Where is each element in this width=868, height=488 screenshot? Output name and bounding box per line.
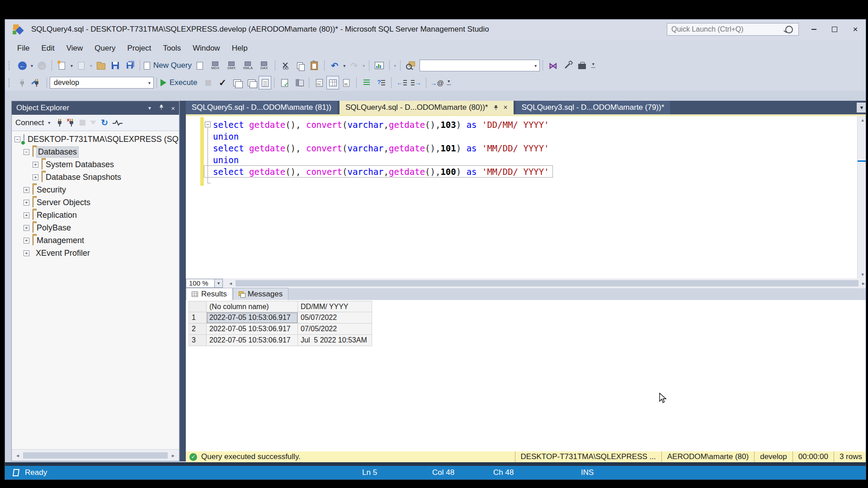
find-combobox[interactable]: ▾ (420, 60, 540, 71)
find-combobox-caret[interactable]: ▾ (532, 63, 539, 68)
actual-plan-button[interactable]: ✓ (277, 76, 292, 89)
change-connection-button[interactable] (29, 76, 44, 89)
window-position-caret[interactable]: ▾ (144, 105, 156, 111)
toolbar-grip[interactable] (9, 61, 12, 70)
tree-item[interactable]: +System Databases (12, 158, 179, 171)
navigate-back-button[interactable]: ← (15, 59, 29, 72)
restore-button[interactable] (824, 19, 845, 39)
code-line[interactable]: select getdate(), convert(varchar,getdat… (213, 142, 549, 154)
grid-cell[interactable]: 07/05/2022 (298, 324, 372, 335)
menu-item-help[interactable]: Help (226, 40, 254, 56)
mdx-query-button[interactable]: MDX (207, 59, 223, 72)
scrollbar-thumb[interactable] (23, 452, 168, 459)
results-tab-results[interactable]: Results (186, 288, 233, 300)
find-button[interactable] (403, 59, 418, 72)
redo-dropdown-caret[interactable]: ▾ (361, 63, 366, 68)
pin-icon[interactable] (156, 104, 167, 112)
new-query-button[interactable]: New Query (143, 59, 193, 72)
editor-vscrollbar[interactable]: ▴ ▾ (857, 116, 866, 278)
expand-icon[interactable]: + (24, 225, 29, 231)
activity-pulse-icon[interactable] (113, 120, 123, 126)
tree-item[interactable]: +Security (12, 183, 179, 196)
undo-button[interactable]: ↶ (327, 59, 342, 72)
tree-item[interactable]: +Management (12, 234, 179, 247)
open-file-button[interactable] (94, 59, 108, 72)
database-engine-query-button[interactable] (193, 59, 207, 72)
disconnect-button[interactable]: × (68, 119, 75, 127)
object-explorer-titlebar[interactable]: Object Explorer ▾ × (12, 101, 179, 115)
expand-icon[interactable]: + (33, 162, 38, 168)
redo-button[interactable]: ↷ (347, 59, 361, 72)
close-button[interactable]: × (845, 19, 866, 39)
expand-icon[interactable]: + (33, 174, 38, 180)
grid-column-header[interactable]: (No column name) (207, 301, 298, 312)
connect-button[interactable] (15, 76, 29, 89)
expand-icon[interactable]: + (24, 200, 29, 206)
expand-icon[interactable]: + (24, 238, 29, 244)
new-dropdown-caret[interactable]: ▾ (69, 63, 74, 68)
results-tab-messages[interactable]: Messages (233, 288, 288, 300)
client-statistics-button[interactable] (292, 76, 306, 89)
database-combobox[interactable]: develop ▾ (50, 77, 154, 89)
expand-icon[interactable]: + (24, 250, 29, 256)
pin-icon[interactable] (493, 105, 499, 111)
template-parameters-button[interactable]: →@ (429, 76, 444, 89)
navigate-forward-button[interactable]: → (34, 59, 49, 72)
code-line[interactable]: union (213, 154, 549, 166)
grid-column-header[interactable]: DD/MM/ YYYY (298, 301, 372, 312)
menu-item-view[interactable]: View (61, 40, 89, 56)
scroll-right-arrow[interactable]: ▸ (859, 280, 866, 286)
tree-item[interactable]: −Databases (12, 145, 179, 158)
dax-query-button[interactable]: DAX (256, 59, 272, 72)
grid-cell[interactable]: 2022-07-05 10:53:06.917 (207, 335, 298, 346)
code-line[interactable]: select getdate(), convert(varchar,getdat… (213, 119, 549, 131)
save-all-button[interactable] (123, 59, 137, 72)
intellisense-toggle-button[interactable] (259, 76, 271, 89)
database-combobox-caret[interactable]: ▾ (146, 80, 153, 85)
results-to-file-button[interactable]: 01 (339, 76, 354, 89)
vs-extension-button[interactable]: ⋈ (546, 59, 560, 72)
code-line[interactable]: select getdate(), convert(varchar,getdat… (213, 166, 549, 178)
tree-item[interactable]: +PolyBase (12, 221, 179, 234)
scroll-down-arrow[interactable]: ▾ (858, 272, 866, 277)
grid-corner-cell[interactable] (189, 301, 207, 312)
parse-button[interactable]: ✓ (215, 76, 230, 89)
collapse-icon[interactable]: − (24, 149, 29, 155)
new-project-button[interactable] (55, 59, 69, 72)
tree-item[interactable]: +XEvent Profiler (12, 247, 179, 259)
toolbar-overflow-button[interactable]: ▾— (445, 80, 453, 86)
scroll-right-arrow[interactable]: ▸ (169, 452, 177, 459)
grid-cell[interactable]: 2022-07-05 10:53:06.917 (207, 312, 298, 324)
grid-cell[interactable]: Jul 5 2022 10:53AM (298, 335, 372, 346)
back-dropdown-caret[interactable]: ▾ (29, 63, 34, 68)
estimated-plan-button[interactable] (230, 76, 244, 89)
add-item-caret[interactable]: ▾ (89, 63, 94, 68)
options-button[interactable] (560, 59, 575, 72)
refresh-icon[interactable]: ↻ (101, 118, 108, 127)
scroll-up-arrow[interactable]: ▴ (858, 117, 866, 123)
document-tab[interactable]: SQLQuery5.sql - D...ODOM\amarte (81)) (186, 101, 337, 114)
zoom-level-combobox[interactable]: 100 % (186, 279, 215, 288)
close-icon[interactable]: × (167, 104, 179, 112)
minimize-button[interactable] (803, 19, 824, 39)
execute-button[interactable]: Execute (160, 76, 201, 89)
expand-icon[interactable]: + (24, 212, 29, 218)
zoom-caret[interactable]: ▾ (215, 279, 223, 288)
xmla-query-button[interactable]: XMLA (240, 59, 256, 72)
comment-button[interactable] (359, 76, 374, 89)
cut-button[interactable] (278, 59, 292, 72)
menu-item-file[interactable]: File (11, 40, 35, 56)
grid-row-number[interactable]: 2 (189, 324, 207, 335)
save-button[interactable] (108, 59, 123, 72)
menu-item-tools[interactable]: Tools (157, 40, 187, 56)
disabled-dropdown-caret[interactable]: ▾ (392, 63, 397, 68)
menu-item-project[interactable]: Project (122, 40, 157, 56)
query-options-button[interactable] (244, 76, 259, 89)
tree-item[interactable]: −DESKTOP-T731TMA\SQLEXPRESS (SQL Se (12, 133, 179, 145)
results-to-grid-button[interactable] (326, 76, 339, 89)
connect-dropdown[interactable]: Connect ▾ (15, 118, 52, 127)
scroll-left-arrow[interactable]: ◂ (226, 280, 235, 286)
menu-item-edit[interactable]: Edit (35, 40, 60, 56)
tree-item[interactable]: +Replication (12, 209, 179, 221)
code-editor[interactable]: − select getdate(), convert(varchar,getd… (186, 116, 866, 278)
